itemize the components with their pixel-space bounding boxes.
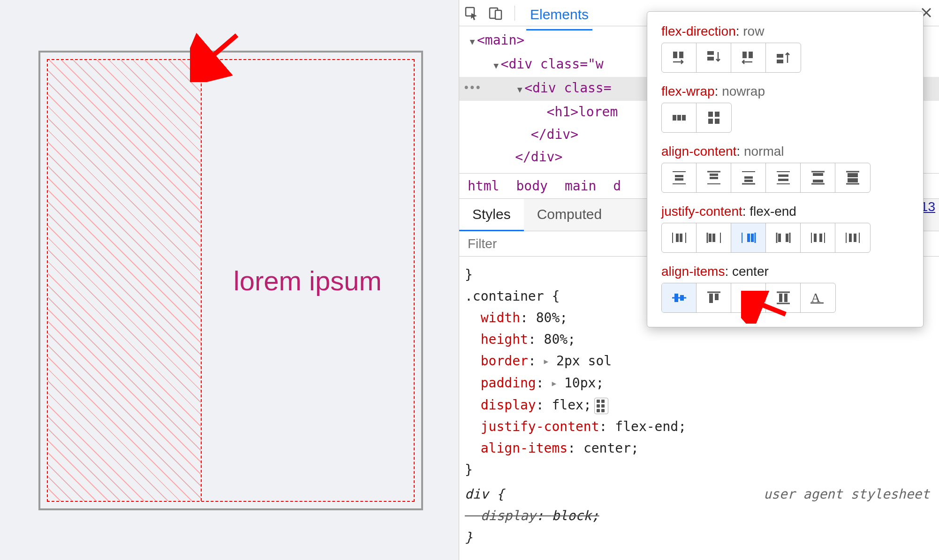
align-items-start-icon[interactable] <box>697 283 731 312</box>
svg-rect-31 <box>744 180 753 182</box>
svg-rect-59 <box>778 234 781 242</box>
flexbox-editor-popover: flex-direction: row flex-wrap: nowrap al… <box>647 11 924 327</box>
svg-rect-51 <box>712 234 715 242</box>
align-content-space-around-icon[interactable] <box>766 163 801 192</box>
svg-rect-47 <box>676 234 679 242</box>
svg-line-84 <box>750 300 786 314</box>
breadcrumb-item[interactable]: d <box>613 178 621 194</box>
devtools-panel: Elements ▼<main> ▼<div class="w ••• ▼<di… <box>459 0 939 560</box>
svg-rect-24 <box>675 178 683 181</box>
svg-rect-6 <box>673 52 677 58</box>
svg-rect-3 <box>495 10 501 19</box>
svg-rect-11 <box>749 52 753 58</box>
svg-rect-64 <box>819 234 822 242</box>
svg-rect-48 <box>680 234 682 242</box>
justify-content-end-icon[interactable] <box>731 223 766 252</box>
flex-direction-row-reverse-icon[interactable] <box>731 43 766 72</box>
svg-rect-17 <box>708 112 713 117</box>
justify-content-space-evenly-icon[interactable] <box>835 223 870 252</box>
svg-rect-44 <box>848 178 858 182</box>
svg-rect-30 <box>744 176 753 179</box>
svg-rect-19 <box>708 119 713 124</box>
subtab-styles[interactable]: Styles <box>459 199 524 231</box>
breadcrumb-item[interactable]: main <box>565 178 596 194</box>
flex-direction-column-icon[interactable] <box>697 43 731 72</box>
svg-rect-23 <box>675 175 683 177</box>
justify-content-center-icon[interactable] <box>662 223 697 252</box>
svg-rect-26 <box>710 174 718 176</box>
align-items-center-icon[interactable] <box>662 283 697 312</box>
svg-rect-55 <box>751 234 754 242</box>
align-content-group <box>661 163 871 193</box>
svg-rect-39 <box>813 173 823 176</box>
svg-rect-9 <box>707 57 714 61</box>
svg-rect-27 <box>710 177 718 179</box>
flex-direction-group <box>661 43 801 73</box>
breadcrumb-item[interactable]: html <box>468 178 499 194</box>
svg-rect-60 <box>786 234 788 242</box>
svg-rect-71 <box>680 295 684 301</box>
flex-editor-icon[interactable] <box>594 398 608 414</box>
justify-content-space-around-icon[interactable] <box>801 223 835 252</box>
svg-rect-12 <box>777 54 783 58</box>
flex-wrap-nowrap-icon[interactable] <box>662 103 697 132</box>
tab-elements[interactable]: Elements <box>526 2 592 30</box>
svg-rect-15 <box>677 115 681 121</box>
svg-rect-74 <box>715 294 719 300</box>
align-content-end-icon[interactable] <box>731 163 766 192</box>
arrow-annotation-icon <box>190 30 246 82</box>
svg-rect-36 <box>778 179 788 181</box>
svg-rect-18 <box>715 112 719 117</box>
arrow-annotation-icon <box>741 291 793 324</box>
align-content-start-icon[interactable] <box>697 163 731 192</box>
svg-rect-73 <box>709 294 713 303</box>
free-space-hatching <box>48 60 202 501</box>
svg-rect-8 <box>707 51 714 55</box>
svg-rect-16 <box>682 115 686 121</box>
svg-rect-68 <box>854 234 856 242</box>
svg-rect-50 <box>709 234 712 242</box>
flex-wrap-wrap-icon[interactable] <box>697 103 731 132</box>
breadcrumb-item[interactable]: body <box>516 178 547 194</box>
svg-line-0 <box>204 35 237 63</box>
ua-stylesheet-label: user agent stylesheet <box>764 484 930 504</box>
preview-pane: lorem ipsum <box>0 0 459 560</box>
svg-rect-10 <box>742 52 747 58</box>
flex-direction-column-reverse-icon[interactable] <box>766 43 801 72</box>
svg-rect-7 <box>679 52 683 58</box>
svg-rect-63 <box>814 234 817 242</box>
svg-text:A: A <box>811 290 821 305</box>
justify-content-start-icon[interactable] <box>697 223 731 252</box>
flex-direction-row-icon[interactable] <box>662 43 697 72</box>
svg-rect-20 <box>715 119 719 124</box>
svg-rect-40 <box>813 180 823 182</box>
svg-rect-43 <box>848 173 858 177</box>
align-content-space-between-icon[interactable] <box>801 163 835 192</box>
justify-content-group <box>661 223 871 253</box>
svg-rect-67 <box>849 234 852 242</box>
inspect-element-icon[interactable] <box>464 6 479 21</box>
align-items-baseline-icon[interactable]: A <box>801 283 835 312</box>
svg-rect-13 <box>777 60 783 63</box>
svg-rect-70 <box>674 294 678 302</box>
justify-content-space-between-icon[interactable] <box>766 223 801 252</box>
svg-rect-14 <box>673 115 676 121</box>
container-box: lorem ipsum <box>38 51 423 510</box>
lorem-heading: lorem ipsum <box>202 265 414 296</box>
svg-rect-35 <box>778 174 788 177</box>
device-toggle-icon[interactable] <box>488 6 503 21</box>
flex-wrap-group <box>661 103 732 133</box>
align-content-center-icon[interactable] <box>662 163 697 192</box>
highlighted-flex-region: lorem ipsum <box>47 59 415 502</box>
align-content-stretch-icon[interactable] <box>835 163 870 192</box>
subtab-computed[interactable]: Computed <box>524 199 615 231</box>
svg-rect-54 <box>747 234 750 242</box>
